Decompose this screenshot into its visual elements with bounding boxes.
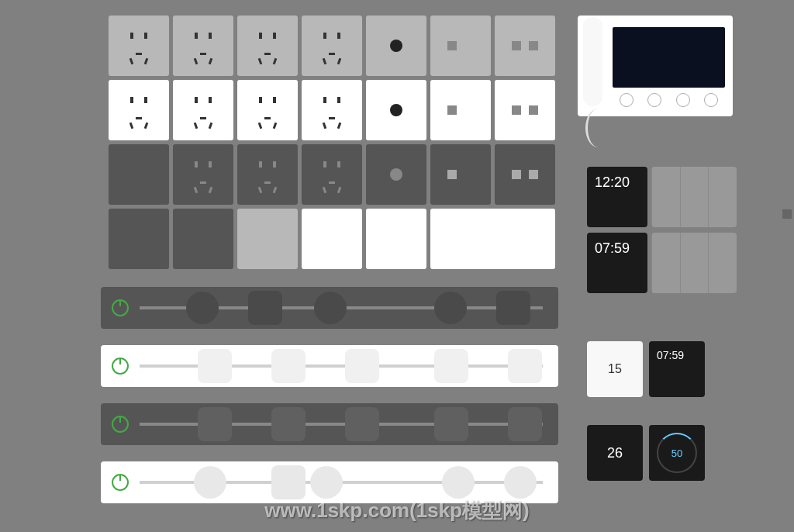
switch-plate [109, 209, 169, 269]
smart-panel: 07:59 [649, 341, 705, 397]
data-plate [430, 80, 491, 140]
data-plate [495, 16, 555, 76]
power-strip [101, 345, 558, 387]
power-icon [112, 474, 129, 491]
time-display: 07:59 [587, 233, 647, 264]
smart-panel: 07:59 [587, 233, 647, 293]
power-icon [112, 416, 129, 433]
data-plate [495, 144, 555, 205]
data-plate [430, 16, 491, 76]
usb-module [198, 349, 232, 383]
screen [613, 27, 725, 88]
outlet-module [442, 466, 475, 499]
power-strip [101, 287, 558, 329]
coax-plate [366, 16, 426, 76]
temp-value: 15 [608, 362, 622, 376]
usb-module [248, 291, 282, 325]
time-display: 12:20 [587, 167, 647, 199]
outlet-module [434, 407, 468, 441]
data-plate [495, 80, 555, 140]
switch-plate [302, 209, 362, 269]
dial-panel: 50 [649, 425, 705, 481]
intercom-buttons [613, 93, 725, 107]
outlet-plate [237, 144, 298, 205]
outlet-plate [173, 144, 233, 205]
blank-plate [109, 144, 169, 205]
temp-value: 26 [607, 445, 623, 461]
switch-panel [651, 233, 737, 293]
power-strip [101, 403, 558, 445]
outlet-module [508, 349, 542, 383]
time-display: 07:59 [649, 341, 705, 369]
outlet-plate [173, 80, 233, 140]
switch-plate-wide [430, 209, 555, 269]
outlet-module [271, 349, 306, 383]
cord [585, 109, 611, 147]
outlet-module [194, 466, 226, 499]
outlet-plate [302, 144, 362, 205]
dial-value: 50 [671, 447, 682, 459]
outlet-module [434, 349, 468, 383]
outlet-plate [302, 80, 362, 140]
outlet-module [186, 292, 219, 324]
handset [583, 17, 602, 106]
switch-panel [651, 167, 737, 227]
coax-plate [366, 144, 426, 205]
usb-module [496, 291, 530, 325]
outlet-plate [109, 16, 169, 76]
usb-module [271, 465, 306, 499]
switch-plate [366, 209, 426, 269]
outlet-plate [237, 16, 298, 76]
outlet-module [310, 466, 343, 499]
data-plate [430, 144, 491, 205]
power-icon [112, 299, 129, 316]
outlet-plate [109, 80, 169, 140]
outlet-module [508, 407, 542, 441]
scrollbar-handle[interactable] [782, 209, 792, 219]
outlet-plate [302, 16, 362, 76]
thermostat: 15 [587, 341, 643, 397]
outlet-module [504, 466, 537, 499]
outlet-plate [237, 80, 298, 140]
outlet-module [345, 349, 379, 383]
usb-module [198, 407, 232, 441]
outlet-module [271, 407, 306, 441]
outlet-module [314, 292, 347, 324]
smart-panel: 12:20 [587, 167, 647, 227]
switch-plate [173, 209, 233, 269]
thermostat: 26 [587, 425, 643, 481]
power-icon [112, 358, 129, 375]
switch-plate [237, 209, 298, 269]
watermark: www.1skp.com(1skp模型网) [0, 497, 794, 524]
outlet-module [345, 407, 379, 441]
coax-plate [366, 80, 426, 140]
outlet-module [434, 292, 467, 324]
outlet-plate [173, 16, 233, 76]
